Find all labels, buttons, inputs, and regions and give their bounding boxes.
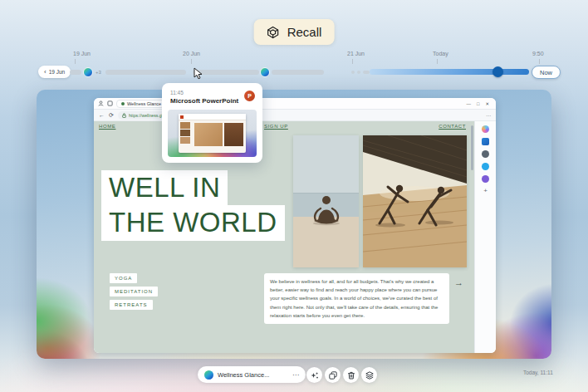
ppt-ribbon [179, 114, 246, 120]
site-headline: WELL IN THE WORLD [101, 170, 285, 241]
close-icon[interactable]: ✕ [485, 101, 489, 106]
layers-icon [365, 371, 374, 380]
delete-button[interactable] [343, 367, 359, 383]
chevron-left-icon: ‹ [44, 69, 47, 76]
timeline-prev-label: 19 Jun [49, 69, 66, 75]
ppt-slide-area [194, 123, 243, 146]
edge-sidebar: + [474, 121, 496, 353]
outlook-icon[interactable] [482, 138, 489, 145]
browser-more-icon[interactable]: ⋯ [486, 112, 491, 118]
timeline-now-button[interactable]: Now [532, 66, 561, 79]
drive-app-icon[interactable] [482, 163, 489, 170]
tag-retreats[interactable]: RETREATS [110, 300, 153, 310]
headline-line-2: THE WORLD [101, 205, 285, 241]
timeline-label-20jun: 20 Jun [183, 51, 200, 56]
lock-icon [122, 113, 126, 118]
timeline-prev-button[interactable]: ‹ 19 Jun [38, 66, 71, 78]
powerpoint-window-preview [179, 114, 246, 153]
site-nav-home[interactable]: HOME [99, 124, 115, 129]
browser-tab-bar: Wellness Glance ✕ + — □ ✕ [94, 98, 496, 110]
edge-snapshot-marker-icon[interactable] [260, 67, 270, 77]
recall-logo-icon [267, 26, 280, 39]
current-timestamp: Today, 11:11 [523, 370, 553, 375]
tab-actions-icon[interactable] [107, 100, 113, 106]
powerpoint-icon: P [244, 91, 255, 101]
window-controls: — □ ✕ [467, 101, 492, 106]
back-icon[interactable]: ← [99, 112, 105, 118]
timeline-tick [437, 59, 438, 64]
trash-icon [347, 371, 355, 380]
tag-meditation[interactable]: MEDITATION [110, 287, 158, 296]
snapshot-viewer[interactable]: Wellness Glance ✕ + — □ ✕ ← ⟳ [37, 90, 551, 359]
timeline-tick [539, 59, 540, 64]
sidebar-add-icon[interactable]: + [483, 188, 488, 194]
browser-window: Wellness Glance ✕ + — □ ✕ ← ⟳ [94, 98, 496, 353]
timeline-label-today: Today [433, 51, 448, 56]
timeline-label-21jun: 21 Jun [347, 51, 365, 56]
timeline-more-badge: +3 [96, 70, 101, 75]
recall-app: Recall 19 Jun 20 Jun 21 Jun Today 9:50 ‹… [0, 0, 588, 392]
copilot-icon[interactable] [482, 125, 489, 133]
timeline-scrub-handle[interactable] [492, 66, 503, 77]
page-scrollbar[interactable] [471, 125, 473, 170]
timeline-tick [352, 59, 353, 64]
timeline-label-19jun: 19 Jun [73, 51, 91, 56]
tooltip-time: 11:45 [170, 90, 184, 96]
wellness-website: HOME SIGN UP CONTACT [94, 121, 474, 353]
tooltip-thumbnail [168, 110, 257, 157]
recall-search-field[interactable]: Wellness Glance... ⋯ [198, 366, 306, 383]
timeline-today-track[interactable] [370, 69, 529, 75]
timeline-segment[interactable] [272, 70, 324, 75]
copilot-action-button[interactable] [306, 367, 322, 383]
sparkles-icon [311, 371, 319, 380]
tooltip-app-name: Microsoft PowerPoint [170, 97, 238, 105]
copy-button[interactable] [325, 367, 341, 383]
site-nav-contact[interactable]: CONTACT [439, 124, 466, 129]
search-app-icon[interactable] [482, 150, 489, 158]
timeline-dot [351, 71, 355, 74]
recall-badge: Recall [254, 19, 335, 45]
maximize-icon[interactable]: □ [477, 101, 479, 106]
more-options-icon[interactable]: ⋯ [292, 371, 299, 379]
browser-address-bar: ← ⟳ https://wellness.glance.com ⋯ [94, 110, 496, 121]
headline-line-1: WELL IN [101, 170, 228, 206]
timeline-tick [75, 59, 76, 64]
edge-snapshot-marker-icon[interactable] [83, 67, 93, 77]
site-nav-signup[interactable]: SIGN UP [264, 124, 288, 129]
tag-yoga[interactable]: YOGA [110, 273, 137, 283]
tab-favicon [121, 102, 125, 105]
timeline-label-time: 9:50 [532, 51, 544, 56]
snapshot-tooltip[interactable]: 11:45 Microsoft PowerPoint P [162, 83, 262, 163]
recall-badge-label: Recall [287, 25, 322, 39]
mouse-cursor-icon [194, 67, 203, 83]
refresh-icon[interactable]: ⟳ [109, 112, 114, 118]
timeline-dot [357, 71, 360, 74]
timeline-segment[interactable] [105, 70, 186, 75]
site-paragraph: We believe in wellness for all, and for … [264, 273, 449, 324]
timeline-dash [363, 71, 370, 74]
timeline-segment[interactable] [193, 70, 259, 75]
ppt-titlebar-icon [180, 115, 184, 119]
site-tags: YOGA MEDITATION RETREATS [110, 273, 158, 313]
search-text: Wellness Glance... [218, 371, 288, 379]
photo-yoga-stretch [363, 135, 467, 267]
office-app-icon[interactable] [482, 175, 489, 183]
profile-icon[interactable] [98, 100, 104, 106]
photo-meditation [293, 135, 359, 267]
arrow-right-icon[interactable]: → [454, 277, 463, 287]
timeline-tick [191, 59, 192, 64]
minimize-icon[interactable]: — [467, 101, 472, 106]
settings-button[interactable] [361, 367, 377, 383]
tab-title: Wellness Glance [127, 101, 161, 106]
edge-icon [204, 370, 213, 380]
timeline-segment[interactable] [70, 70, 81, 75]
copy-icon [329, 371, 337, 380]
ppt-slide-rail [180, 122, 190, 149]
